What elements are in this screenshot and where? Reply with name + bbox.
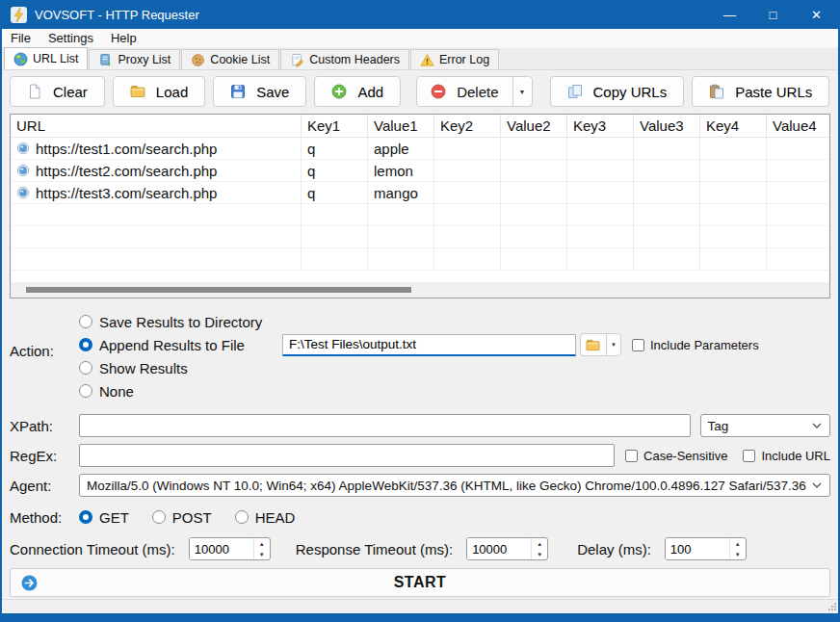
radio-icon-selected[interactable] bbox=[79, 338, 92, 351]
radio-icon[interactable] bbox=[235, 510, 249, 524]
checkbox-icon[interactable] bbox=[632, 339, 644, 351]
tab-url-list[interactable]: URL List bbox=[4, 47, 88, 69]
value2-cell bbox=[501, 160, 567, 182]
output-file-input[interactable] bbox=[282, 334, 576, 356]
value3-cell bbox=[634, 138, 700, 160]
agent-dropdown[interactable]: Mozilla/5.0 (Windows NT 10.0; Win64; x64… bbox=[79, 474, 830, 497]
column-header-value1[interactable]: Value1 bbox=[368, 115, 434, 138]
url-cell: https://test1.com/search.php bbox=[11, 138, 302, 160]
paste-urls-button[interactable]: Paste URLs bbox=[692, 76, 829, 107]
start-label: START bbox=[394, 574, 447, 591]
save-button[interactable]: Save bbox=[213, 76, 306, 107]
column-header-key4[interactable]: Key4 bbox=[700, 115, 767, 138]
browse-folder-button[interactable] bbox=[581, 334, 606, 355]
clipboard-icon bbox=[709, 84, 724, 99]
globe-icon bbox=[13, 52, 28, 66]
globe-icon bbox=[16, 142, 30, 155]
tab-label: URL List bbox=[33, 52, 78, 65]
tab-bar: URL List Proxy List Cookie List bbox=[2, 48, 838, 70]
table-row-empty[interactable] bbox=[11, 204, 829, 226]
method-row: Method: GET POST HEAD bbox=[2, 505, 838, 529]
table-row[interactable]: https://test3.com/search.php q mango bbox=[11, 182, 829, 204]
include-url-checkbox[interactable]: Include URL bbox=[743, 449, 830, 463]
column-header-key3[interactable]: Key3 bbox=[567, 115, 634, 138]
menu-help[interactable]: Help bbox=[102, 29, 145, 47]
value2-cell bbox=[501, 138, 567, 160]
delete-button[interactable]: Delete bbox=[417, 77, 512, 106]
spin-down-button[interactable]: ▼ bbox=[254, 549, 270, 559]
radio-none[interactable]: None bbox=[79, 379, 830, 402]
xpath-tag-dropdown[interactable]: Tag bbox=[700, 414, 830, 437]
copy-urls-button[interactable]: Copy URLs bbox=[550, 76, 685, 107]
column-header-url[interactable]: URL bbox=[11, 115, 302, 138]
spin-up-button[interactable]: ▲ bbox=[532, 538, 547, 549]
connection-timeout-input[interactable] bbox=[190, 538, 253, 559]
table-row[interactable]: https://test1.com/search.php q apple bbox=[11, 138, 829, 160]
value1-cell: lemon bbox=[368, 160, 434, 182]
spin-up-button[interactable]: ▲ bbox=[730, 538, 746, 549]
action-section: Action: Save Results to Directory Append… bbox=[2, 298, 838, 404]
regex-input[interactable] bbox=[79, 444, 615, 467]
browse-dropdown-arrow[interactable]: ▼ bbox=[606, 334, 620, 355]
radio-head[interactable]: HEAD bbox=[235, 505, 296, 529]
tab-custom-headers[interactable]: Custom Headers bbox=[280, 49, 409, 69]
radio-get[interactable]: GET bbox=[79, 505, 129, 529]
regex-row: RegEx: Case-Sensitive Include URL bbox=[2, 444, 838, 467]
radio-icon[interactable] bbox=[152, 510, 166, 524]
spin-up-button[interactable]: ▲ bbox=[254, 538, 270, 549]
radio-save-results-to-directory[interactable]: Save Results to Directory bbox=[79, 310, 830, 333]
scrollbar-thumb[interactable] bbox=[26, 287, 411, 293]
spin-down-button[interactable]: ▼ bbox=[730, 549, 746, 559]
resize-grip[interactable] bbox=[827, 602, 837, 611]
column-header-value4[interactable]: Value4 bbox=[767, 115, 830, 138]
delay-stepper[interactable]: ▲▼ bbox=[665, 537, 747, 560]
delay-input[interactable] bbox=[666, 538, 729, 559]
checkbox-icon[interactable] bbox=[625, 450, 638, 462]
load-button[interactable]: Load bbox=[113, 76, 205, 107]
menu-settings[interactable]: Settings bbox=[39, 29, 102, 47]
clear-button[interactable]: Clear bbox=[10, 76, 105, 107]
delay-label: Delay (ms): bbox=[577, 541, 651, 557]
value2-cell bbox=[501, 182, 567, 204]
plus-circle-icon bbox=[331, 84, 347, 99]
column-header-value2[interactable]: Value2 bbox=[501, 115, 567, 138]
column-header-value3[interactable]: Value3 bbox=[634, 115, 700, 138]
add-button[interactable]: Add bbox=[314, 76, 401, 107]
radio-append-results-to-file[interactable]: Append Results to File ▼ Include bbox=[79, 333, 830, 356]
delete-dropdown-arrow[interactable]: ▼ bbox=[512, 77, 532, 106]
start-button[interactable]: START bbox=[10, 568, 830, 597]
timeouts-row: Connection Timeout (ms): ▲▼ Response Tim… bbox=[2, 537, 838, 560]
horizontal-scrollbar[interactable] bbox=[11, 282, 829, 298]
maximize-button[interactable]: □ bbox=[751, 0, 795, 29]
case-sensitive-checkbox[interactable]: Case-Sensitive bbox=[625, 449, 727, 463]
table-row-empty[interactable] bbox=[11, 226, 829, 248]
checkbox-icon[interactable] bbox=[743, 450, 755, 462]
radio-icon[interactable] bbox=[79, 361, 92, 375]
radio-show-results[interactable]: Show Results bbox=[79, 356, 830, 379]
radio-post[interactable]: POST bbox=[152, 505, 212, 529]
tab-error-log[interactable]: Error Log bbox=[410, 49, 499, 69]
close-button[interactable]: ✕ bbox=[795, 0, 838, 29]
action-label: Action: bbox=[10, 343, 54, 359]
radio-icon-selected[interactable] bbox=[79, 510, 92, 524]
column-header-key2[interactable]: Key2 bbox=[434, 115, 501, 138]
table-row-empty[interactable] bbox=[11, 248, 829, 271]
response-timeout-input[interactable] bbox=[467, 538, 531, 559]
response-timeout-stepper[interactable]: ▲▼ bbox=[466, 537, 548, 560]
column-header-key1[interactable]: Key1 bbox=[302, 115, 368, 138]
include-parameters-checkbox[interactable]: Include Parameters bbox=[632, 338, 759, 352]
copy-urls-label: Copy URLs bbox=[593, 84, 668, 100]
table-row[interactable]: https://test2.com/search.php q lemon bbox=[11, 160, 829, 182]
minimize-button[interactable]: — bbox=[708, 0, 751, 29]
tab-cookie-list[interactable]: Cookie List bbox=[181, 49, 279, 69]
spin-down-button[interactable]: ▼ bbox=[532, 549, 547, 559]
radio-icon[interactable] bbox=[79, 315, 92, 328]
copy-icon bbox=[567, 84, 583, 99]
xpath-input[interactable] bbox=[79, 414, 691, 437]
radio-icon[interactable] bbox=[79, 384, 92, 398]
connection-timeout-stepper[interactable]: ▲▼ bbox=[189, 537, 271, 560]
key3-cell bbox=[567, 160, 634, 182]
menu-file[interactable]: File bbox=[2, 29, 39, 47]
table-header-row: URL Key1 Value1 Key2 Value2 Key3 Value3 … bbox=[11, 115, 829, 138]
tab-proxy-list[interactable]: Proxy List bbox=[89, 49, 180, 69]
